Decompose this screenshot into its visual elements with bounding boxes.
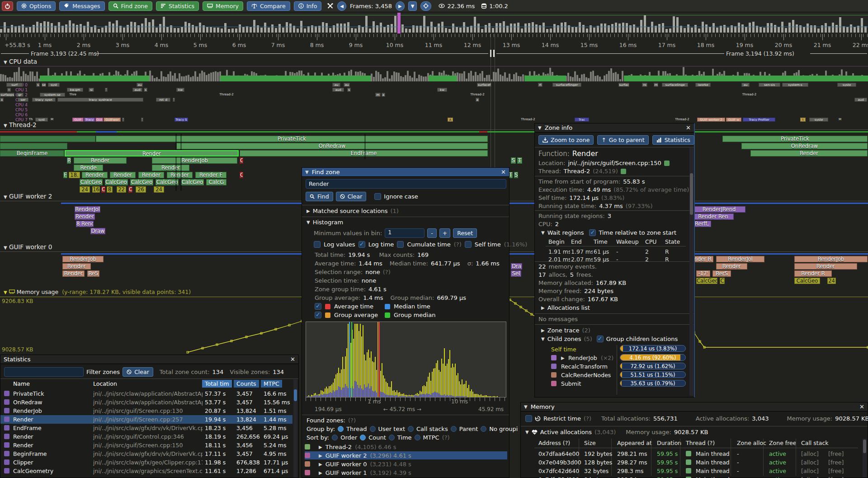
- ignore-case-checkbox[interactable]: [374, 193, 381, 200]
- radio-Order[interactable]: [332, 435, 338, 440]
- found-group-row[interactable]: ▶Thread-2(4,105) 6.46 s: [305, 443, 507, 451]
- wait-column-Wakeup[interactable]: Wakeup: [616, 238, 639, 245]
- column-header-Address[interactable]: Address (?): [538, 440, 570, 446]
- wait-column-State[interactable]: State: [665, 238, 680, 245]
- restrict-time-checkbox[interactable]: [525, 415, 532, 422]
- close-icon[interactable]: ✕: [501, 169, 506, 175]
- statistics-row[interactable]: EndFramejni/../jni/src/claw/gfx/drv/vk/D…: [0, 424, 292, 432]
- found-group-row[interactable]: ▶GUIF worker 1(3,192) 4.39 s: [305, 469, 507, 477]
- go-to-parent-button[interactable]: ↑Go to parent: [597, 135, 648, 145]
- statistics-row[interactable]: PrivateTickjni/../jni/src/claw/applicati…: [0, 389, 292, 398]
- column-header-MTPC[interactable]: MTPC: [261, 380, 282, 388]
- clear-button[interactable]: Clear: [336, 192, 367, 201]
- statistics-row[interactable]: Renderjni/../jni/src/guif/Control.cpp:34…: [0, 432, 292, 441]
- radio-Count[interactable]: [360, 435, 366, 440]
- column-header-Name[interactable]: Name: [10, 380, 33, 388]
- checkbox-Self time[interactable]: [465, 241, 472, 248]
- zone-statistics-button[interactable]: Statistics: [652, 135, 694, 145]
- radio-Thread[interactable]: [338, 426, 344, 432]
- statistics-window-titlebar[interactable]: Statistics✕: [0, 355, 298, 364]
- checkbox-Log values[interactable]: [314, 241, 321, 248]
- child-time-bar[interactable]: 172.14 us (3.83%): [620, 345, 686, 352]
- scrollbar-thumb[interactable]: [690, 173, 693, 215]
- column-header-Zone alloc[interactable]: Zone alloc: [737, 440, 766, 446]
- expand-icon[interactable]: ▶: [561, 355, 565, 360]
- find-button[interactable]: Find: [306, 192, 333, 201]
- wait-column-Time[interactable]: Time: [594, 238, 608, 245]
- expand-icon[interactable]: ▶: [319, 462, 322, 467]
- find-zone-histogram[interactable]: [306, 322, 506, 398]
- close-icon[interactable]: ✕: [859, 403, 864, 410]
- min-bin-minus-button[interactable]: -: [427, 228, 437, 238]
- zoom-to-zone-button[interactable]: Zoom to zone: [538, 135, 594, 145]
- min-bin-plus-button[interactable]: +: [439, 228, 450, 238]
- expand-icon[interactable]: ▶: [319, 453, 322, 458]
- radio-Call stacks[interactable]: [408, 426, 414, 432]
- found-group-row[interactable]: ▶GUIF worker 0(3,231) 4.48 s: [305, 460, 507, 468]
- thread-color-swatch[interactable]: [621, 169, 626, 174]
- statistics-row[interactable]: RenderJobjni/../jni/src/guif/Screen.cpp:…: [0, 407, 292, 415]
- statistics-scrollbar[interactable]: [293, 379, 297, 478]
- column-header-Zone free[interactable]: Zone free: [769, 440, 796, 446]
- checkbox-Cumulate time[interactable]: [397, 241, 404, 248]
- found-group-row[interactable]: ▶GUIF worker 2(3,296) 4.61 s: [305, 451, 507, 459]
- child-zones-header[interactable]: ▼Child zones(5)Group children locations: [541, 336, 678, 342]
- close-icon[interactable]: ✕: [686, 124, 691, 131]
- allocations-list-row[interactable]: ▶Allocations list: [541, 304, 590, 311]
- legend-checkbox[interactable]: [315, 312, 321, 318]
- radio-Time[interactable]: [389, 435, 395, 440]
- child-zone-name[interactable]: RenderJob: [568, 355, 597, 361]
- zone-info-window-titlebar[interactable]: ▼Zone info✕: [535, 123, 694, 133]
- statistics-row[interactable]: BeginFramejni/../jni/src/claw/gfx/drv/vk…: [0, 450, 292, 458]
- active-allocations-header[interactable]: ▼ Active allocations(3,043) Memory usage…: [525, 429, 708, 435]
- memory-scrollbar[interactable]: [863, 439, 867, 477]
- column-header-Duration[interactable]: Duration: [657, 440, 681, 446]
- memory-window-titlebar[interactable]: ▼Memory✕: [521, 402, 868, 412]
- column-header-Location[interactable]: Location: [90, 380, 120, 388]
- close-icon[interactable]: ✕: [290, 356, 295, 363]
- min-bin-input[interactable]: 1: [385, 228, 425, 238]
- child-time-bar[interactable]: 72.92 us (1.62%): [620, 363, 686, 369]
- child-zone-name[interactable]: Submit: [561, 380, 581, 387]
- scrollbar-thumb[interactable]: [863, 440, 866, 453]
- filter-input[interactable]: [4, 367, 84, 377]
- column-header-Total tim[interactable]: Total tim: [202, 380, 232, 388]
- column-header-Thread[interactable]: Thread (?): [686, 440, 715, 446]
- statistics-row[interactable]: Renderjni/../jni/src/guif/Screen.cpp:257…: [0, 415, 292, 424]
- wait-regions-header[interactable]: ▼Wait regionsTime relative to zone start: [541, 229, 676, 236]
- child-time-bar[interactable]: 35.63 us (0.79%): [620, 380, 686, 387]
- column-header-Size[interactable]: Size: [584, 440, 596, 446]
- statistics-row[interactable]: Clipperjni/../jni/src/claw/gfx/geo/Clipp…: [0, 458, 292, 467]
- scrollbar-thumb[interactable]: [294, 389, 297, 401]
- column-header-Counts[interactable]: Counts: [234, 380, 259, 388]
- checkbox-Log time[interactable]: [359, 241, 365, 248]
- radio-No groupi[interactable]: [481, 426, 486, 432]
- radio-Parent[interactable]: [451, 426, 457, 432]
- legend-checkbox[interactable]: [315, 303, 321, 310]
- column-header-Call stack[interactable]: Call stack: [801, 440, 829, 446]
- statistics-row[interactable]: OnRedrawjni/../jni/src/claw/application/…: [0, 398, 292, 407]
- column-header-Appeared at[interactable]: Appeared at: [617, 440, 652, 446]
- histogram-section-header[interactable]: ▼Histogram: [307, 219, 343, 226]
- zone-trace-row[interactable]: ▶Zone trace(2): [541, 327, 590, 334]
- child-time-bar[interactable]: 4.16 ms (92.60%): [620, 354, 686, 361]
- statistics-row[interactable]: Renderjni/../jni/src/guif/Screen.cpp:150…: [0, 441, 292, 450]
- zone-color-swatch[interactable]: [664, 161, 670, 166]
- child-time-bar[interactable]: 51.51 us (1.15%): [620, 371, 686, 378]
- child-zone-name[interactable]: RecalcTransform: [561, 363, 608, 370]
- find-zone-window-titlebar[interactable]: ▼Find zone✕: [302, 168, 509, 177]
- wait-column-CPU[interactable]: CPU: [645, 238, 656, 245]
- radio-MTPC[interactable]: [415, 435, 420, 440]
- stats-clear-button[interactable]: Clear: [123, 367, 153, 377]
- radio-User text[interactable]: [370, 426, 376, 432]
- statistics-header-row[interactable]: NameLocationTotal timCountsMTPC: [0, 379, 298, 388]
- statistics-row[interactable]: CalcGeometryjni/../jni/src/claw/graphics…: [0, 467, 292, 475]
- wait-column-End[interactable]: End: [571, 238, 582, 245]
- relative-time-checkbox[interactable]: [589, 229, 596, 236]
- find-zone-query-input[interactable]: Render: [306, 179, 506, 189]
- child-zone-name[interactable]: CalcRenderNodes: [561, 372, 611, 379]
- matched-locations-row[interactable]: ▶Matched source locations(1): [307, 208, 399, 214]
- zone-Render[interactable]: Render: [65, 150, 239, 156]
- expand-icon[interactable]: ▶: [319, 445, 322, 450]
- expand-icon[interactable]: ▶: [319, 470, 322, 475]
